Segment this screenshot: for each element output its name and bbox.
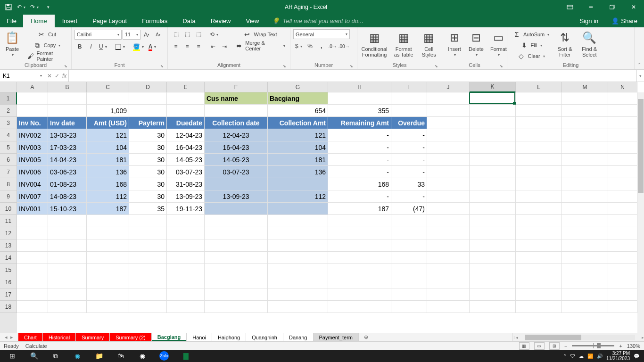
cell[interactable] (328, 276, 391, 288)
cell[interactable]: 112 (87, 190, 129, 203)
cell[interactable] (470, 239, 516, 252)
cell[interactable]: - (391, 154, 427, 166)
cell[interactable] (470, 203, 516, 215)
shrink-font-icon[interactable]: A▾ (153, 29, 163, 40)
cell[interactable]: 121 (87, 129, 129, 141)
cell[interactable]: 19-11-23 (167, 203, 205, 215)
sheet-tab-summary[interactable]: Summary (76, 333, 110, 341)
cell[interactable] (268, 203, 328, 215)
cell[interactable] (608, 92, 637, 105)
tab-file[interactable]: File (0, 15, 23, 27)
cell[interactable]: 168 (328, 178, 391, 190)
cell[interactable] (516, 117, 562, 129)
align-bottom-icon[interactable]: ⬚ (193, 29, 204, 40)
maximize-icon[interactable] (602, 0, 623, 14)
col-header-A[interactable]: A (17, 82, 48, 92)
cell[interactable] (427, 105, 470, 117)
cell[interactable] (268, 239, 328, 252)
row-header-7[interactable]: 7 (0, 166, 17, 178)
cell[interactable] (470, 166, 516, 178)
cell[interactable] (391, 227, 427, 239)
cell[interactable] (167, 92, 205, 105)
insert-cells-button[interactable]: ⊞Insert▾ (445, 29, 464, 58)
cell[interactable] (391, 252, 427, 264)
cell[interactable] (268, 252, 328, 264)
cell[interactable]: - (391, 129, 427, 141)
row-header-1[interactable]: 1 (0, 92, 17, 105)
font-size-select[interactable]: 11▾ (123, 30, 140, 40)
indent-decrease-icon[interactable]: ⇤ (208, 41, 218, 52)
cell[interactable] (516, 227, 562, 239)
sheet-tab-danang[interactable]: Danang (283, 333, 314, 341)
cell-styles-button[interactable]: ▦Cell Styles (419, 29, 439, 58)
view-normal-icon[interactable]: ▦ (519, 342, 529, 350)
cell[interactable] (167, 252, 205, 264)
excel-taskbar-icon[interactable]: ▇ (175, 350, 196, 362)
row-header-18[interactable]: 18 (0, 301, 17, 313)
row-header-8[interactable]: 8 (0, 178, 17, 190)
copy-button[interactable]: ⧉Copy▾ (25, 40, 68, 50)
cell[interactable] (470, 129, 516, 141)
wrap-text-button[interactable]: ↩Wrap Text (232, 29, 287, 40)
cell[interactable] (328, 215, 391, 227)
cell[interactable] (516, 301, 562, 313)
cell[interactable] (608, 178, 637, 190)
align-left-icon[interactable]: ≡ (171, 41, 181, 52)
tell-me[interactable]: 💡 Tell me what you want to do... (266, 15, 369, 27)
cell[interactable] (470, 288, 516, 301)
search-icon[interactable]: 🔍 (24, 350, 44, 362)
col-header-F[interactable]: F (205, 82, 268, 92)
col-header-N[interactable]: N (608, 82, 637, 92)
cell[interactable] (562, 288, 608, 301)
cell[interactable] (48, 301, 87, 313)
cell[interactable]: Inv date (48, 117, 87, 129)
cell[interactable] (516, 141, 562, 154)
row-headers[interactable]: 123456789101112131415161718 (0, 92, 17, 333)
cell[interactable] (608, 105, 637, 117)
cell[interactable]: Bacgiang (268, 92, 328, 105)
cell[interactable]: Remaining Amt (328, 117, 391, 129)
zalo-icon[interactable]: Zalo (159, 351, 169, 361)
cell[interactable] (562, 129, 608, 141)
cell[interactable]: 16-04-23 (205, 141, 268, 154)
cell[interactable] (562, 141, 608, 154)
cell[interactable]: Overdue (391, 117, 427, 129)
cell[interactable]: Duedate (167, 117, 205, 129)
cell[interactable] (562, 178, 608, 190)
col-header-I[interactable]: I (391, 82, 427, 92)
cell[interactable] (129, 227, 167, 239)
cell[interactable] (167, 239, 205, 252)
cell[interactable]: 104 (87, 141, 129, 154)
cell[interactable]: 14-05-23 (167, 154, 205, 166)
zoom-slider[interactable] (572, 345, 614, 346)
cell[interactable] (562, 105, 608, 117)
cell[interactable] (17, 215, 48, 227)
sheet-tab-hanoi[interactable]: Hanoi (187, 333, 212, 341)
cell[interactable] (167, 227, 205, 239)
cell[interactable] (427, 252, 470, 264)
cell[interactable] (87, 239, 129, 252)
cell[interactable]: 03-06-23 (48, 166, 87, 178)
cell[interactable]: Payterm (129, 117, 167, 129)
cell[interactable] (562, 301, 608, 313)
sheet-tab-quangninh[interactable]: Quangninh (246, 333, 283, 341)
cell[interactable] (427, 92, 470, 105)
cell[interactable]: - (391, 141, 427, 154)
cell[interactable] (427, 276, 470, 288)
row-header-11[interactable]: 11 (0, 215, 17, 227)
cell[interactable] (205, 288, 268, 301)
percent-button[interactable]: % (305, 41, 315, 51)
cell[interactable] (427, 154, 470, 166)
cell[interactable] (205, 301, 268, 313)
cell[interactable] (470, 301, 516, 313)
clear-button[interactable]: ◇Clear▾ (510, 51, 551, 61)
cell[interactable] (516, 239, 562, 252)
row-header-15[interactable]: 15 (0, 264, 17, 276)
cell[interactable] (562, 92, 608, 105)
cell[interactable] (608, 215, 637, 227)
number-format-select[interactable]: General▾ (293, 29, 350, 39)
share-button[interactable]: 👤 Share (605, 15, 644, 27)
col-header-M[interactable]: M (562, 82, 608, 92)
cell[interactable] (516, 288, 562, 301)
cell[interactable] (17, 288, 48, 301)
